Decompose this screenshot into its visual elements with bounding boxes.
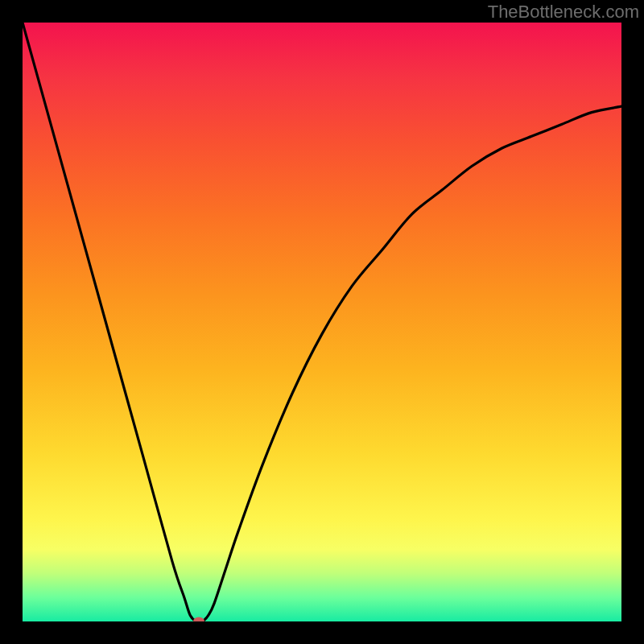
bottleneck-curve: [23, 23, 621, 621]
frame-border-right: [621, 0, 644, 644]
plot-area: [23, 23, 621, 621]
watermark-text: TheBottleneck.com: [488, 2, 639, 23]
frame-border-bottom: [0, 621, 644, 644]
chart-frame: TheBottleneck.com: [0, 0, 644, 644]
frame-border-left: [0, 0, 23, 644]
